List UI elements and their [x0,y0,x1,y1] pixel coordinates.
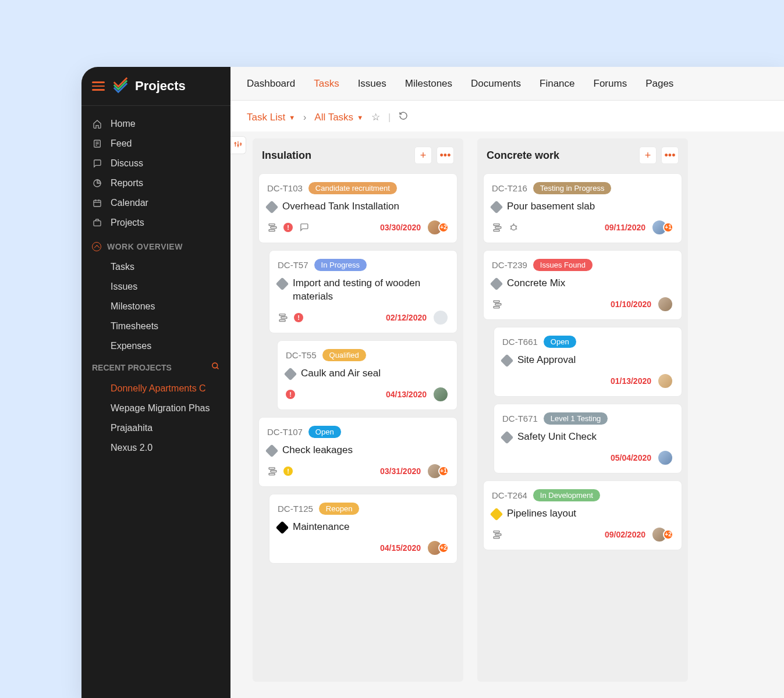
tab-issues[interactable]: Issues [358,78,386,90]
flag-red-icon: ! [294,313,303,322]
task-title: Maintenance [293,521,349,534]
task-title: Caulk and Air seal [301,367,381,380]
svg-rect-40 [495,534,501,536]
task-title: Import and testing of wooden materials [293,277,449,304]
board-wrap: Insulation + ••• DC-T103 Candidate recru… [230,131,784,698]
task-title: Overhead Tank Installation [282,200,399,213]
more-assignees-badge[interactable]: +2 [438,222,449,233]
status-badge[interactable]: Open [544,336,576,348]
work-item-expenses[interactable]: Expenses [81,336,230,356]
status-badge[interactable]: Level 1 Testing [544,412,608,425]
task-card[interactable]: DC-T216 Testing in Progress Pour basemen… [483,173,682,243]
work-item-timesheets[interactable]: Timesheets [81,316,230,336]
more-assignees-badge[interactable]: +2 [438,543,449,553]
sidebar-item-label: Discuss [111,158,143,169]
tab-forums[interactable]: Forums [594,78,627,90]
recent-project-item[interactable]: Wepage Migration Phas [81,398,230,418]
task-card[interactable]: DC-T264 In Development Pipelines layout … [483,480,682,550]
task-card[interactable]: DC-T57 In Progress Import and testing of… [269,250,457,333]
status-badge[interactable]: Reopen [319,503,360,515]
add-task-button[interactable]: + [639,147,657,164]
tab-tasks[interactable]: Tasks [314,78,339,90]
recent-project-item[interactable]: Donnelly Apartments C [81,379,230,398]
status-badge[interactable]: In Development [533,489,600,501]
refresh-button[interactable] [399,111,408,123]
task-title: Pour basement slab [507,200,595,213]
flag-red-icon: ! [283,223,293,232]
column-more-button[interactable]: ••• [661,147,679,164]
hamburger-icon[interactable] [92,81,105,91]
sidebar-item-discuss[interactable]: Discuss [81,154,230,173]
due-date: 09/02/2020 [605,530,645,539]
favorite-button[interactable]: ☆ [371,111,380,123]
task-id: DC-T264 [492,490,527,500]
more-assignees-badge[interactable]: +2 [663,529,673,540]
comment-icon [299,222,309,233]
avatar[interactable] [657,296,673,312]
priority-icon [284,367,297,380]
task-card[interactable]: DC-T671 Level 1 Testing Safety Unit Chec… [494,404,682,473]
work-overview-list: TasksIssuesMilestonesTimesheetsExpenses [81,257,230,356]
task-card[interactable]: DC-T661 Open Site Approval 01/13/2020 [494,327,682,397]
status-badge[interactable]: Testing in Progress [533,182,612,194]
work-item-milestones[interactable]: Milestones [81,297,230,316]
svg-rect-36 [494,301,499,302]
priority-icon [490,201,503,214]
work-item-issues[interactable]: Issues [81,277,230,297]
breadcrumb-alltasks[interactable]: All Tasks ▼ [314,112,363,123]
sidebar-item-calendar[interactable]: Calendar [81,193,230,213]
svg-point-30 [511,225,516,230]
sidebar-item-label: Reports [111,178,143,188]
sidebar-item-home[interactable]: Home [81,114,230,134]
assignees [432,309,449,326]
task-card[interactable]: DC-T107 Open Check leakages ! 03/31/2020… [258,417,457,487]
add-task-button[interactable]: + [414,147,432,164]
assignees: +1 [427,463,449,479]
sidebar-item-label: Home [111,119,136,129]
avatar[interactable] [432,386,449,403]
recent-projects-header: RECENT PROJECTS [81,356,230,379]
column-more-button[interactable]: ••• [437,147,454,164]
status-badge[interactable]: Qualified [322,349,366,361]
svg-rect-21 [279,314,285,316]
chat-icon [92,158,102,169]
status-badge[interactable]: Issues Found [533,259,593,271]
svg-rect-18 [269,224,275,226]
svg-rect-22 [281,317,286,319]
status-badge[interactable]: In Progress [314,259,367,271]
due-date: 02/12/2020 [386,313,427,322]
subtask-icon [267,222,278,233]
recent-project-item[interactable]: Prajaahita [81,418,230,438]
status-badge[interactable]: Open [308,426,341,438]
more-assignees-badge[interactable]: +1 [438,466,449,476]
board-column: Insulation + ••• DC-T103 Candidate recru… [253,138,463,682]
task-card[interactable]: DC-T55 Qualified Caulk and Air seal ! 04… [277,340,457,410]
flag-yellow-icon: ! [283,466,293,476]
tab-pages[interactable]: Pages [645,78,673,90]
more-assignees-badge[interactable]: +1 [663,222,673,233]
breadcrumb-tasklist[interactable]: Task List ▼ [247,112,295,123]
svg-rect-38 [494,307,499,308]
board-column: Concrete work + ••• DC-T216 Testing in P… [477,138,688,682]
filter-panel-toggle[interactable] [230,136,246,154]
kanban-board[interactable]: Insulation + ••• DC-T103 Candidate recru… [230,131,784,698]
work-overview-header[interactable]: WORK OVERVIEW [81,236,230,257]
tab-documents[interactable]: Documents [471,78,521,90]
sidebar-item-projects[interactable]: Projects [81,213,230,233]
work-item-tasks[interactable]: Tasks [81,257,230,277]
tab-dashboard[interactable]: Dashboard [247,78,295,90]
task-card[interactable]: DC-T239 Issues Found Concrete Mix 01/10/… [483,250,682,320]
sidebar-item-feed[interactable]: Feed [81,134,230,154]
tab-finance[interactable]: Finance [540,78,574,90]
tab-milestones[interactable]: Milestones [405,78,452,90]
avatar[interactable] [432,309,449,326]
app-logo[interactable]: Projects [112,76,186,96]
search-icon[interactable] [211,362,220,373]
avatar[interactable] [657,373,673,389]
status-badge[interactable]: Candidate recruitment [308,182,397,194]
task-card[interactable]: DC-T103 Candidate recruitment Overhead T… [258,173,457,243]
avatar[interactable] [657,450,673,466]
sidebar-item-reports[interactable]: Reports [81,173,230,193]
recent-project-item[interactable]: Nexus 2.0 [81,438,230,458]
task-card[interactable]: DC-T125 Reopen Maintenance 04/15/2020 +2 [269,494,457,564]
